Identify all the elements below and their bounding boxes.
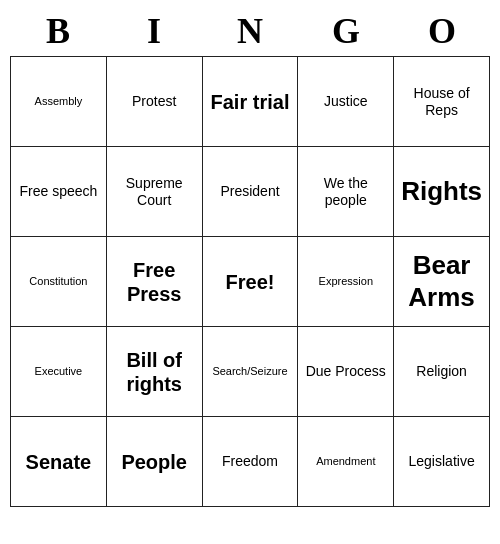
- cell-text-r1-c0: Free speech: [19, 183, 97, 200]
- cell-text-r3-c4: Religion: [416, 363, 467, 380]
- cell-r0-c3: Justice: [298, 57, 394, 147]
- cell-r4-c0: Senate: [11, 417, 107, 507]
- cell-text-r2-c4: Bear Arms: [397, 250, 486, 312]
- bingo-letter-N: N: [202, 10, 298, 52]
- cell-r1-c2: President: [203, 147, 299, 237]
- cell-text-r2-c1: Free Press: [110, 258, 199, 306]
- cell-text-r3-c2: Search/Seizure: [212, 365, 287, 378]
- cell-text-r3-c0: Executive: [35, 365, 83, 378]
- cell-r1-c1: Supreme Court: [107, 147, 203, 237]
- cell-r4-c1: People: [107, 417, 203, 507]
- cell-r2-c1: Free Press: [107, 237, 203, 327]
- cell-text-r0-c2: Fair trial: [211, 90, 290, 114]
- bingo-letter-I: I: [106, 10, 202, 52]
- cell-r0-c0: Assembly: [11, 57, 107, 147]
- cell-r0-c2: Fair trial: [203, 57, 299, 147]
- cell-text-r3-c1: Bill of rights: [110, 348, 199, 396]
- cell-r3-c2: Search/Seizure: [203, 327, 299, 417]
- bingo-card: BINGO AssemblyProtestFair trialJusticeHo…: [10, 10, 490, 507]
- cell-text-r0-c0: Assembly: [35, 95, 83, 108]
- cell-text-r0-c3: Justice: [324, 93, 368, 110]
- cell-r1-c0: Free speech: [11, 147, 107, 237]
- cell-text-r0-c4: House of Reps: [397, 85, 486, 119]
- cell-r3-c3: Due Process: [298, 327, 394, 417]
- cell-r0-c4: House of Reps: [394, 57, 490, 147]
- cell-text-r1-c2: President: [220, 183, 279, 200]
- cell-r3-c0: Executive: [11, 327, 107, 417]
- cell-text-r2-c0: Constitution: [29, 275, 87, 288]
- cell-r2-c4: Bear Arms: [394, 237, 490, 327]
- cell-text-r1-c3: We the people: [301, 175, 390, 209]
- cell-r0-c1: Protest: [107, 57, 203, 147]
- bingo-letter-O: O: [394, 10, 490, 52]
- cell-r4-c2: Freedom: [203, 417, 299, 507]
- cell-text-r2-c2: Free!: [226, 270, 275, 294]
- cell-r2-c0: Constitution: [11, 237, 107, 327]
- cell-r2-c3: Expression: [298, 237, 394, 327]
- cell-r4-c3: Amendment: [298, 417, 394, 507]
- cell-text-r4-c2: Freedom: [222, 453, 278, 470]
- bingo-letter-G: G: [298, 10, 394, 52]
- cell-text-r3-c3: Due Process: [306, 363, 386, 380]
- cell-text-r4-c4: Legislative: [409, 453, 475, 470]
- cell-text-r2-c3: Expression: [319, 275, 373, 288]
- cell-r3-c4: Religion: [394, 327, 490, 417]
- cell-r2-c2: Free!: [203, 237, 299, 327]
- bingo-grid: AssemblyProtestFair trialJusticeHouse of…: [10, 56, 490, 507]
- cell-text-r4-c1: People: [121, 450, 187, 474]
- cell-r1-c4: Rights: [394, 147, 490, 237]
- cell-r1-c3: We the people: [298, 147, 394, 237]
- cell-text-r0-c1: Protest: [132, 93, 176, 110]
- cell-text-r1-c4: Rights: [401, 176, 482, 207]
- cell-r3-c1: Bill of rights: [107, 327, 203, 417]
- bingo-letter-B: B: [10, 10, 106, 52]
- cell-text-r4-c3: Amendment: [316, 455, 375, 468]
- cell-text-r1-c1: Supreme Court: [110, 175, 199, 209]
- bingo-header: BINGO: [10, 10, 490, 52]
- cell-text-r4-c0: Senate: [26, 450, 92, 474]
- cell-r4-c4: Legislative: [394, 417, 490, 507]
